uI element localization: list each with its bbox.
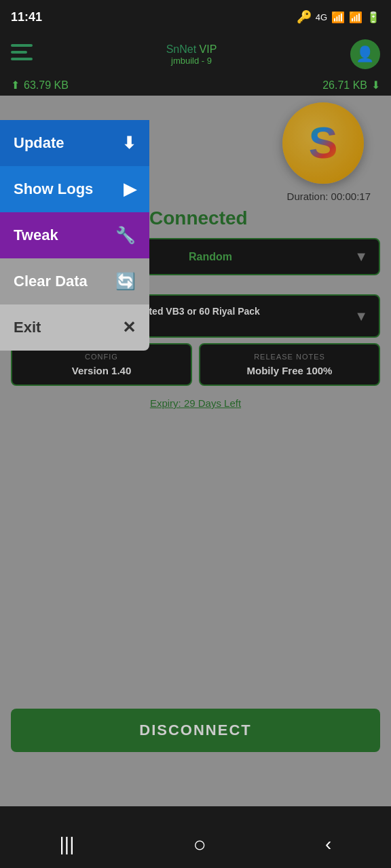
app-name-vip: VIP [196,43,217,55]
dropdown-menu: Update ⬇ Show Logs ▶ Tweak 🔧 Clear Data … [0,120,149,351]
signal-icon: 📶 [331,11,345,24]
app-title: SnNet VIP [166,43,217,56]
update-label: Update [14,134,64,152]
upload-value: 63.79 KB [24,79,69,92]
clear-icon: 🔄 [115,272,136,291]
update-icon: ⬇ [122,134,136,153]
status-bar: 11:41 🔑 4G 📶 📶 🔋 [0,0,391,34]
logs-icon: ▶ [124,180,136,199]
tweak-icon: 🔧 [115,226,136,245]
nav-home[interactable]: ○ [193,832,206,857]
menu-item-clear-data[interactable]: Clear Data 🔄 [0,258,149,304]
status-time: 11:41 [11,10,42,24]
menu-item-exit[interactable]: Exit ✕ [0,304,149,351]
svg-rect-2 [11,58,33,60]
download-value: 26.71 KB [322,79,367,92]
menu-item-show-logs[interactable]: Show Logs ▶ [0,166,149,212]
svg-rect-0 [11,44,33,47]
sim-icon: 🔑 [297,9,312,24]
exit-label: Exit [14,319,41,336]
exit-icon: ✕ [122,318,136,337]
svg-rect-1 [11,51,27,54]
nav-back[interactable]: ‹ [325,833,331,855]
tweak-label: Tweak [14,226,58,244]
app-subtitle: jmbuild - 9 [171,56,212,66]
nav-bar: ||| ○ ‹ [0,821,391,868]
upload-traffic: ⬆ 63.79 KB [11,79,69,92]
signal-icon2: 📶 [349,11,362,24]
app-name-snnet: SnNet [166,43,196,55]
upload-arrow-icon: ⬆ [11,79,20,92]
menu-item-tweak[interactable]: Tweak 🔧 [0,212,149,258]
menu-button[interactable] [11,43,33,65]
battery-icon: 🔋 [367,11,380,24]
network-type: 4G [316,12,327,22]
avatar-icon: 👤 [356,45,374,63]
header: SnNet VIP jmbuild - 9 👤 [0,34,391,75]
clear-label: Clear Data [14,273,88,290]
status-icons: 🔑 4G 📶 📶 🔋 [297,9,380,24]
download-traffic: 26.71 KB ⬇ [322,79,380,92]
download-arrow-icon: ⬇ [371,79,380,92]
menu-item-update[interactable]: Update ⬇ [0,120,149,166]
main-content: S Duration: 00:00:17 Connected ect Serve… [0,96,391,806]
nav-recent-apps[interactable]: ||| [60,833,75,855]
header-title: SnNet VIP jmbuild - 9 [166,43,217,66]
logs-label: Show Logs [14,180,93,198]
traffic-bar: ⬆ 63.79 KB 26.71 KB ⬇ [0,75,391,96]
avatar[interactable]: 👤 [350,39,380,69]
